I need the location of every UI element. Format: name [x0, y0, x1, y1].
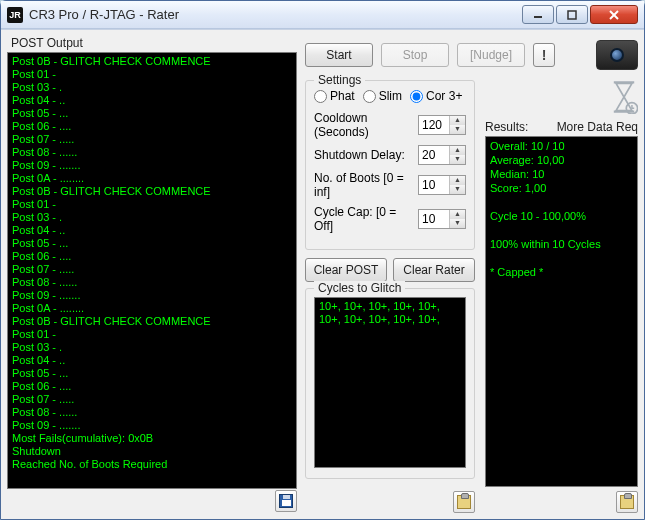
clear-post-button[interactable]: Clear POST	[305, 258, 387, 282]
shutdown-input[interactable]	[419, 146, 449, 164]
floppy-icon	[279, 494, 293, 508]
boots-label: No. of Boots [0 = inf]	[314, 171, 418, 199]
results-column: Results: More Data Req Overall: 10 / 10 …	[485, 80, 638, 513]
settings-column: Settings Phat Slim Cor 3+ Cooldown (Seco…	[305, 80, 475, 513]
cooldown-label: Cooldown (Seconds)	[314, 111, 418, 139]
maximize-icon	[567, 10, 577, 20]
clear-rater-button[interactable]: Clear Rater	[393, 258, 475, 282]
radio-cor3[interactable]: Cor 3+	[410, 89, 462, 103]
window-title: CR3 Pro / R-JTAG - Rater	[29, 7, 522, 22]
cycles-groupbox: Cycles to Glitch 10+, 10+, 10+, 10+, 10+…	[305, 288, 475, 479]
boots-spinner[interactable]: ▲▼	[418, 175, 466, 195]
chevron-down-icon[interactable]: ▼	[450, 185, 465, 194]
chevron-down-icon[interactable]: ▼	[450, 155, 465, 164]
titlebar[interactable]: JR CR3 Pro / R-JTAG - Rater	[1, 1, 644, 29]
app-window: JR CR3 Pro / R-JTAG - Rater POST Output …	[0, 0, 645, 520]
close-icon	[608, 10, 620, 20]
svg-rect-1	[568, 11, 576, 19]
cyclecap-input[interactable]	[419, 210, 449, 228]
right-panel: Start Stop [Nudge] ! Settings Phat	[305, 36, 638, 513]
start-button[interactable]: Start	[305, 43, 373, 67]
clipboard-icon	[620, 495, 634, 509]
radio-cor3-label: Cor 3+	[426, 89, 462, 103]
radio-phat[interactable]: Phat	[314, 89, 355, 103]
results-status: More Data Req	[557, 120, 638, 134]
radio-slim[interactable]: Slim	[363, 89, 402, 103]
chevron-up-icon[interactable]: ▲	[450, 210, 465, 219]
radio-phat-label: Phat	[330, 89, 355, 103]
shutdown-label: Shutdown Delay:	[314, 148, 405, 162]
chevron-up-icon[interactable]: ▲	[450, 146, 465, 155]
nudge-button[interactable]: [Nudge]	[457, 43, 525, 67]
settings-groupbox: Settings Phat Slim Cor 3+ Cooldown (Seco…	[305, 80, 475, 250]
copy-cycles-button[interactable]	[453, 491, 475, 513]
cooldown-spinner[interactable]: ▲▼	[418, 115, 466, 135]
post-output-title: POST Output	[11, 36, 297, 50]
hourglass-icon	[610, 80, 638, 114]
boots-input[interactable]	[419, 176, 449, 194]
cyclecap-label: Cycle Cap: [0 = Off]	[314, 205, 418, 233]
maximize-button[interactable]	[556, 5, 588, 24]
chevron-up-icon[interactable]: ▲	[450, 116, 465, 125]
results-console[interactable]: Overall: 10 / 10 Average: 10,00 Median: …	[485, 136, 638, 487]
stop-button[interactable]: Stop	[381, 43, 449, 67]
cooldown-input[interactable]	[419, 116, 449, 134]
cyclecap-spinner[interactable]: ▲▼	[418, 209, 466, 229]
minimize-icon	[533, 10, 543, 20]
post-output-panel: POST Output Post 0B - GLITCH CHECK COMME…	[7, 36, 297, 513]
chevron-down-icon[interactable]: ▼	[450, 125, 465, 134]
minimize-button[interactable]	[522, 5, 554, 24]
settings-legend: Settings	[314, 73, 365, 87]
alert-button[interactable]: !	[533, 43, 555, 67]
close-button[interactable]	[590, 5, 638, 24]
shutdown-spinner[interactable]: ▲▼	[418, 145, 466, 165]
clipboard-icon	[457, 495, 471, 509]
client-area: POST Output Post 0B - GLITCH CHECK COMME…	[1, 29, 644, 519]
radio-slim-label: Slim	[379, 89, 402, 103]
copy-results-button[interactable]	[616, 491, 638, 513]
chevron-up-icon[interactable]: ▲	[450, 176, 465, 185]
save-post-button[interactable]	[275, 490, 297, 512]
post-output-console[interactable]: Post 0B - GLITCH CHECK COMMENCE Post 01 …	[7, 52, 297, 489]
screenshot-button[interactable]	[596, 40, 638, 70]
chevron-down-icon[interactable]: ▼	[450, 219, 465, 228]
cycles-legend: Cycles to Glitch	[314, 281, 405, 295]
app-icon: JR	[7, 7, 23, 23]
results-label: Results:	[485, 120, 528, 134]
cycles-console[interactable]: 10+, 10+, 10+, 10+, 10+, 10+, 10+, 10+, …	[314, 297, 466, 468]
toolbar: Start Stop [Nudge] !	[305, 40, 638, 70]
camera-icon	[610, 48, 624, 62]
